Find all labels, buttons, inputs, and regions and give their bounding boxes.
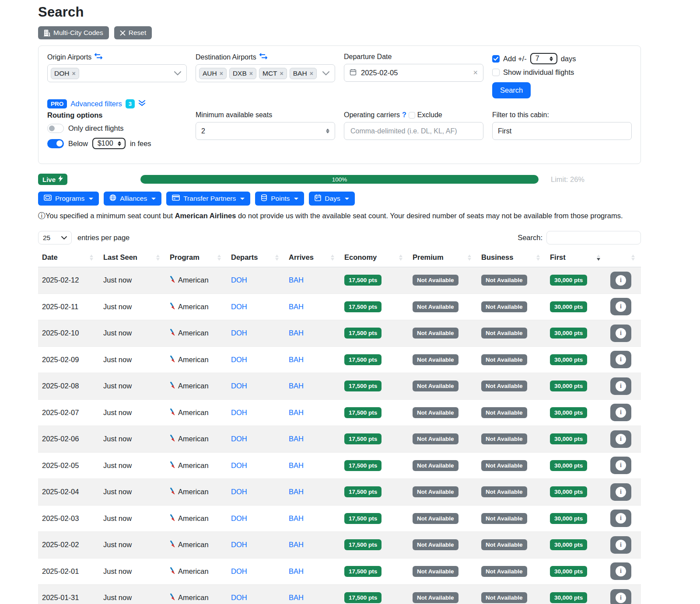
arrives-airport-link[interactable]: BAH [289,567,304,575]
row-details-button[interactable]: i [610,483,631,501]
swap-airports-icon[interactable] [94,53,102,61]
departs-airport-link[interactable]: DOH [231,541,247,548]
departs-airport-link[interactable]: DOH [231,408,247,416]
departure-date-input[interactable]: 2025-02-05 × [344,64,483,82]
departs-airport-link[interactable]: DOH [231,276,247,284]
add-days-checkbox[interactable] [492,55,500,63]
cabin-filter-select[interactable]: First [492,122,632,140]
departs-airport-link[interactable]: DOH [231,461,247,469]
row-details-button[interactable]: i [610,510,631,527]
caret-down-icon [345,198,349,200]
column-header[interactable]: First [546,249,606,267]
departs-airport-link[interactable]: DOH [231,567,247,575]
remove-tag-icon[interactable]: × [280,70,284,77]
column-header[interactable]: Business [477,249,546,267]
column-header[interactable]: Arrives [285,249,340,267]
departs-airport-link[interactable]: DOH [231,356,247,363]
remove-tag-icon[interactable]: × [249,70,253,77]
departs-cell: DOH [227,373,285,400]
help-icon[interactable]: ? [402,111,406,119]
business-availability-badge: Not Available [481,407,527,418]
row-details-button[interactable]: i [610,377,631,395]
arrives-airport-link[interactable]: BAH [289,276,304,284]
remove-tag-icon[interactable]: × [220,70,223,77]
row-details-button[interactable]: i [610,457,631,474]
departs-airport-link[interactable]: DOH [231,435,247,443]
column-header[interactable]: Premium [409,249,477,267]
points-dropdown-button[interactable]: Points [255,192,304,206]
row-details-button[interactable]: i [610,562,631,580]
departs-airport-link[interactable]: DOH [231,488,247,496]
clear-date-icon[interactable]: × [473,68,478,77]
first-points-badge: 30,000 pts [550,381,587,391]
destination-airports-select[interactable]: AUH× DXB× MCT× BAH× [196,64,335,82]
multi-city-codes-button[interactable]: Multi-City Codes [38,26,109,39]
arrives-airport-link[interactable]: BAH [289,594,304,601]
arrives-airport-link[interactable]: BAH [289,303,304,311]
alliances-dropdown-button[interactable]: Alliances [104,192,161,206]
row-details-button[interactable]: i [610,298,631,315]
show-individual-flights-checkbox[interactable] [492,69,500,76]
column-header[interactable]: Date [38,249,99,267]
departs-airport-link[interactable]: DOH [231,594,247,601]
column-header[interactable] [606,249,641,267]
column-header[interactable]: Program [166,249,227,267]
row-details-button[interactable]: i [610,430,631,448]
entries-per-page-select[interactable]: 25 [38,231,72,244]
advanced-filters-link[interactable]: Advanced filters [70,100,122,108]
row-details-button[interactable]: i [610,589,631,604]
column-header[interactable]: Last Seen [99,249,166,267]
departs-airport-link[interactable]: DOH [231,514,247,522]
routing-options-column: PRO Advanced filters 3 Routing options O… [47,99,187,154]
column-header[interactable]: Economy [340,249,409,267]
arrives-airport-link[interactable]: BAH [289,356,304,363]
arrives-airport-link[interactable]: BAH [289,408,304,416]
row-details-button[interactable]: i [610,351,631,368]
program-cell: American [166,532,227,559]
row-details-button[interactable]: i [610,536,631,554]
operating-carriers-input[interactable] [350,127,478,136]
exclude-checkbox[interactable] [409,112,415,119]
programs-dropdown-button[interactable]: Programs [38,192,99,206]
table-search-input[interactable] [546,231,641,244]
arrives-airport-link[interactable]: BAH [289,461,304,469]
remove-tag-icon[interactable]: × [310,70,313,77]
column-header[interactable]: Departs [227,249,285,267]
row-details-button[interactable]: i [610,404,631,421]
arrives-airport-link[interactable]: BAH [289,488,304,496]
swap-airports-icon[interactable] [259,53,267,61]
departs-airport-link[interactable]: DOH [231,382,247,390]
add-days-stepper[interactable]: 7 [530,53,557,64]
double-chevron-down-icon[interactable] [138,100,146,108]
days-dropdown-button[interactable]: Days [309,192,354,206]
sort-icon [90,255,93,261]
below-fees-toggle[interactable] [47,139,64,148]
first-cell: 30,000 pts [546,558,606,585]
transfer-partners-dropdown-button[interactable]: Transfer Partners [166,192,250,206]
fee-amount-stepper[interactable]: $100 [92,138,126,149]
arrives-airport-link[interactable]: BAH [289,435,304,443]
departs-airport-link[interactable]: DOH [231,303,247,311]
only-direct-flights-toggle[interactable] [47,124,64,133]
origin-airports-label: Origin Airports [47,53,91,61]
stepper-arrows-icon[interactable] [118,141,121,146]
business-availability-badge: Not Available [481,354,527,365]
stepper-arrows-icon[interactable] [326,129,329,133]
row-details-button[interactable]: i [610,325,631,342]
reset-button[interactable]: Reset [114,26,152,39]
min-seats-input[interactable]: 2 [196,122,335,140]
search-button[interactable]: Search [492,82,531,98]
remove-tag-icon[interactable]: × [72,70,75,77]
origin-airports-select[interactable]: DOH × [47,64,187,82]
program-cell: American [166,505,227,532]
row-details-button[interactable]: i [610,272,631,289]
date-cell: 2025-02-09 [38,346,99,373]
departs-airport-link[interactable]: DOH [231,329,247,337]
stepper-arrows-icon[interactable] [550,56,553,61]
premium-availability-badge: Not Available [413,407,458,418]
first-points-badge: 30,000 pts [550,328,587,339]
arrives-airport-link[interactable]: BAH [289,382,304,390]
arrives-airport-link[interactable]: BAH [289,329,304,337]
arrives-airport-link[interactable]: BAH [289,541,304,548]
arrives-airport-link[interactable]: BAH [289,514,304,522]
